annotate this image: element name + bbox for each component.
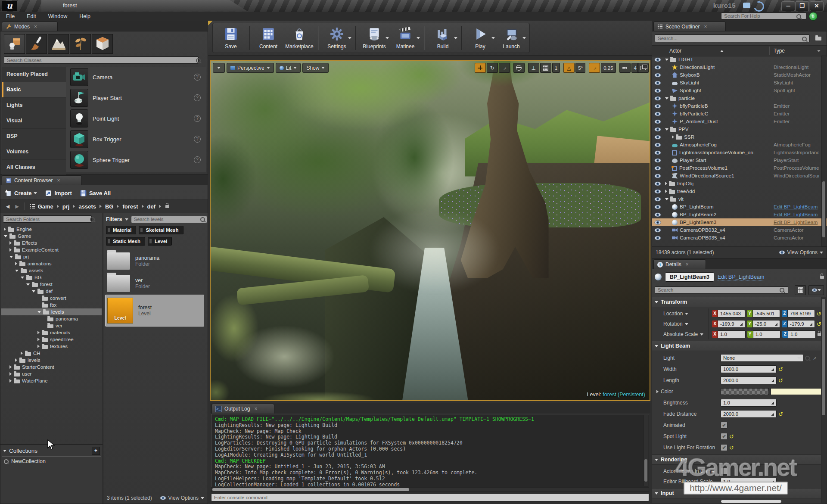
- visibility-toggle[interactable]: [652, 135, 663, 140]
- property-value[interactable]: 1.0: [721, 478, 777, 485]
- eyedropper-icon[interactable]: →: [810, 354, 818, 362]
- expander-icon[interactable]: [656, 390, 659, 393]
- restore-button[interactable]: ❐: [795, 1, 809, 11]
- details-vscroll-thumb[interactable]: [822, 299, 825, 415]
- property-checkbox[interactable]: ✔: [721, 444, 728, 451]
- property-checkbox[interactable]: ✔: [721, 422, 728, 429]
- folder-waterplane[interactable]: WaterPlane: [1, 377, 102, 384]
- menu-file[interactable]: File: [0, 12, 21, 21]
- property-checkbox[interactable]: [721, 468, 728, 475]
- actor-row-tmpobj[interactable]: tmpObj: [652, 180, 827, 187]
- log-area[interactable]: Cmd: MAP LOAD FILE="../../../Engine/Cont…: [211, 414, 649, 487]
- close-icon[interactable]: ×: [57, 177, 60, 184]
- category-visual[interactable]: Visual: [2, 113, 66, 129]
- property-label[interactable]: Animated: [652, 422, 717, 428]
- axis-z-field[interactable]: Z798.5199: [782, 310, 815, 317]
- help-sync-icon[interactable]: ⇅: [809, 12, 818, 21]
- section-light-beam[interactable]: Light Beam: [652, 341, 821, 351]
- actor-row-bp-lightbeam3[interactable]: BP_LightBeam3Edit BP_LightBeam: [652, 218, 827, 226]
- category-all-classes[interactable]: All Classes: [2, 160, 66, 175]
- expander-icon[interactable]: [665, 182, 667, 185]
- property-value[interactable]: 2000.0: [721, 376, 777, 384]
- tab-details[interactable]: i Details×: [653, 259, 706, 269]
- viewport-options-button[interactable]: [213, 63, 225, 73]
- log-hscroll-thumb[interactable]: [212, 488, 409, 491]
- outliner-vscroll-thumb[interactable]: [822, 181, 825, 237]
- folder-ver[interactable]: ver: [1, 322, 102, 329]
- reset-to-default-button[interactable]: ↺: [729, 445, 734, 451]
- folder-levels[interactable]: levels: [1, 357, 102, 364]
- spinner-icon[interactable]: [739, 322, 743, 326]
- section-input[interactable]: Input: [652, 488, 821, 498]
- menu-edit[interactable]: Edit: [21, 12, 42, 21]
- folder-levels[interactable]: levels: [1, 308, 102, 315]
- breadcrumb-def[interactable]: def: [147, 203, 156, 210]
- axis-value[interactable]: 1.0: [718, 330, 746, 338]
- details-vscrollbar[interactable]: [821, 297, 826, 503]
- property-label[interactable]: Brightness: [652, 400, 717, 406]
- property-matrix-button[interactable]: [795, 285, 806, 295]
- asset-ver[interactable]: verFolder: [105, 272, 204, 295]
- toolbar-marketplace-button[interactable]: Marketplace: [284, 23, 315, 53]
- reset-to-default-button[interactable]: ↺: [778, 378, 783, 383]
- help-icon[interactable]: ?: [194, 115, 201, 122]
- color-alpha-strip[interactable]: [721, 388, 769, 395]
- expander-icon[interactable]: [37, 311, 41, 313]
- lit-button[interactable]: Lit: [276, 63, 301, 73]
- actor-row-bflyparticleb[interactable]: bflyParticleBEmitter: [652, 102, 827, 110]
- place-item-player-start[interactable]: Player Start?: [66, 87, 206, 108]
- tab-modes[interactable]: Modes×: [2, 22, 58, 31]
- expander-icon[interactable]: [37, 338, 40, 341]
- show-button[interactable]: Show: [302, 63, 329, 73]
- spinner-icon[interactable]: [771, 401, 774, 404]
- category-volumes[interactable]: Volumes: [2, 144, 66, 160]
- rotation-snap-button[interactable]: △: [563, 63, 575, 73]
- spinner-icon[interactable]: [771, 412, 774, 416]
- actor-row-bp-lightbeam[interactable]: BP_LightBeamEdit BP_LightBeam: [652, 203, 827, 211]
- actor-row-skylight[interactable]: SkyLightSkyLight: [652, 79, 827, 87]
- spinner-icon[interactable]: [771, 379, 774, 382]
- folder-panorama[interactable]: panorama: [1, 315, 102, 322]
- axis-z-field[interactable]: Z-179.9: [782, 320, 815, 328]
- path-list-icon[interactable]: [29, 203, 35, 209]
- visibility-toggle[interactable]: [652, 112, 663, 116]
- expander-icon[interactable]: [15, 270, 19, 272]
- axis-value[interactable]: 1455.043: [718, 310, 745, 317]
- axis-x-field[interactable]: X1455.043: [712, 310, 745, 317]
- mode-landscape-button[interactable]: [48, 34, 69, 54]
- mode-placement-button[interactable]: [4, 34, 25, 54]
- actor-row-cameraopb035-v4[interactable]: CameraOPB035_v4CameraActor: [652, 234, 827, 242]
- folder-fbx[interactable]: fbx: [1, 302, 102, 308]
- folder-animations[interactable]: animations: [1, 260, 102, 267]
- place-item-camera[interactable]: Camera?: [66, 67, 206, 87]
- expander-icon[interactable]: [9, 372, 12, 376]
- help-icon[interactable]: ?: [194, 136, 201, 143]
- breadcrumb-assets[interactable]: assets: [78, 203, 96, 210]
- folder-ch[interactable]: CH: [1, 350, 102, 357]
- folder-examplecontent[interactable]: ExampleContent: [1, 246, 102, 253]
- toolbar-build-button[interactable]: Build: [427, 23, 458, 53]
- category-recently-placed[interactable]: Recently Placed: [2, 67, 66, 82]
- expander-icon[interactable]: [21, 352, 23, 355]
- actor-row-directionallight[interactable]: DirectionalLightDirectionalLight: [652, 63, 827, 71]
- rotation-snap-value[interactable]: 5°: [575, 63, 585, 73]
- asset-panorama[interactable]: panoramaFolder: [105, 250, 204, 272]
- category-lights[interactable]: Lights: [2, 98, 66, 113]
- folder-materials[interactable]: materials: [1, 329, 102, 336]
- visibility-toggle[interactable]: [652, 197, 663, 202]
- actor-row-p-ambient-dust[interactable]: P_Ambient_DustEmitter: [652, 118, 827, 125]
- column-divider[interactable]: [769, 47, 770, 55]
- expander-icon[interactable]: [37, 345, 40, 348]
- property-value[interactable]: 1000.0: [721, 365, 777, 373]
- actor-row-ssr[interactable]: SSR: [652, 133, 827, 141]
- toolbar-content-button[interactable]: Content: [253, 23, 284, 53]
- visibility-toggle[interactable]: [652, 96, 663, 101]
- axis-value[interactable]: -179.9: [787, 320, 815, 328]
- folder-convert[interactable]: convert: [1, 295, 102, 302]
- chat-icon[interactable]: [743, 3, 750, 8]
- tab-content-browser[interactable]: Content Browser×: [2, 175, 82, 185]
- expander-icon[interactable]: [665, 59, 668, 61]
- scale-snap-value[interactable]: 0.25: [601, 63, 616, 73]
- expander-icon[interactable]: [672, 135, 674, 139]
- axis-value[interactable]: -169.9: [718, 320, 745, 328]
